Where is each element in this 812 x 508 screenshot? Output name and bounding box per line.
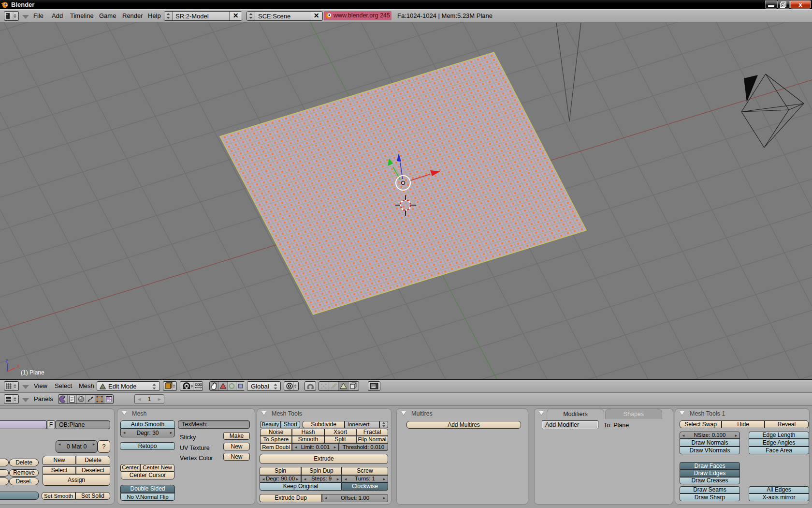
svg-text:(1) Plane: (1) Plane (21, 369, 44, 376)
svg-text:x: x (17, 363, 20, 369)
svg-text:z: z (5, 358, 8, 363)
svg-text:x: x (798, 1, 802, 8)
